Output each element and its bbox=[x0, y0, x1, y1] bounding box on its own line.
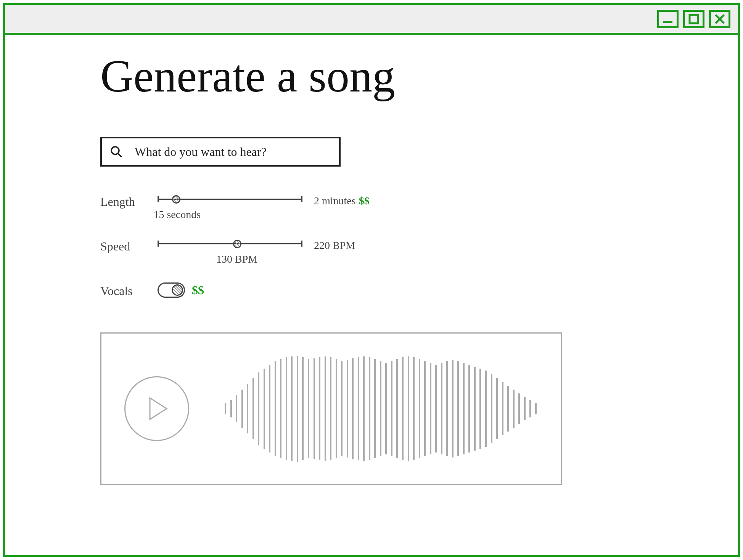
search-input[interactable] bbox=[135, 145, 331, 159]
length-current-value: 15 seconds bbox=[153, 209, 201, 221]
page-title: Generate a song bbox=[100, 50, 643, 103]
play-button[interactable] bbox=[124, 376, 189, 441]
speed-row: Speed 130 BPM 220 BPM bbox=[100, 238, 643, 265]
vocals-toggle[interactable] bbox=[158, 282, 185, 298]
waveform-bar bbox=[391, 361, 392, 456]
search-box[interactable] bbox=[100, 137, 341, 167]
speed-current-value: 130 BPM bbox=[216, 253, 257, 265]
length-slider[interactable] bbox=[158, 193, 302, 205]
waveform-bar bbox=[352, 358, 354, 459]
waveform-bar bbox=[474, 367, 476, 451]
minimize-button[interactable] bbox=[657, 10, 679, 28]
vocals-row: Vocals $$ bbox=[100, 282, 643, 298]
app-window: Generate a song Length 15 seconds bbox=[3, 3, 740, 557]
waveform-bar bbox=[424, 361, 426, 456]
waveform-bar bbox=[452, 360, 454, 457]
waveform-bar bbox=[446, 361, 448, 456]
waveform-bar bbox=[435, 365, 437, 452]
waveform-bar bbox=[314, 358, 315, 459]
svg-marker-6 bbox=[150, 398, 167, 419]
content-area: Generate a song Length 15 seconds bbox=[5, 35, 738, 500]
waveform-bar bbox=[347, 360, 348, 457]
length-price-tag: $$ bbox=[359, 195, 370, 207]
close-button[interactable] bbox=[709, 10, 730, 28]
maximize-icon bbox=[687, 12, 701, 26]
waveform-bar bbox=[280, 359, 281, 458]
svg-point-4 bbox=[111, 147, 119, 154]
waveform-bar bbox=[363, 356, 365, 461]
waveform-bar bbox=[457, 361, 459, 456]
length-row: Length 15 seconds 2 minutes $$ bbox=[100, 193, 643, 221]
waveform-bar bbox=[341, 361, 343, 456]
length-slider-wrap: 15 seconds bbox=[158, 193, 302, 221]
svg-line-5 bbox=[118, 154, 122, 157]
vocals-toggle-knob bbox=[172, 284, 183, 296]
search-icon bbox=[109, 145, 123, 159]
waveform-bar bbox=[396, 359, 398, 458]
waveform-bar bbox=[468, 365, 470, 452]
waveform-bar bbox=[513, 390, 515, 428]
waveform-bar bbox=[441, 363, 442, 454]
waveform-bar bbox=[230, 400, 232, 417]
waveform-bar bbox=[502, 382, 503, 435]
waveform-bar bbox=[518, 393, 520, 424]
waveform-bar bbox=[385, 363, 387, 454]
speed-slider-handle[interactable] bbox=[233, 240, 241, 248]
waveform-bar bbox=[241, 390, 243, 428]
waveform-bar bbox=[330, 357, 331, 460]
waveform-bar bbox=[302, 357, 304, 460]
waveform-bar bbox=[275, 361, 276, 456]
waveform-bar bbox=[380, 361, 381, 456]
waveform-bar bbox=[535, 403, 537, 414]
waveform-bar bbox=[252, 378, 254, 439]
waveform-bar bbox=[336, 359, 337, 458]
waveform-bar bbox=[419, 359, 420, 458]
audio-player bbox=[100, 332, 562, 485]
length-slider-handle[interactable] bbox=[172, 195, 180, 204]
waveform-bar bbox=[463, 363, 465, 454]
waveform-bar bbox=[269, 365, 270, 452]
waveform-bar bbox=[358, 357, 359, 460]
titlebar bbox=[5, 5, 738, 35]
maximize-button[interactable] bbox=[683, 10, 704, 28]
waveform-bar bbox=[529, 400, 531, 417]
length-max: 2 minutes $$ bbox=[314, 193, 370, 207]
waveform-bar bbox=[430, 363, 431, 454]
waveform-bar bbox=[291, 356, 293, 461]
waveform-bar bbox=[413, 357, 415, 460]
controls-group: Length 15 seconds 2 minutes $$ Speed bbox=[100, 193, 643, 298]
waveform-bar bbox=[479, 369, 481, 449]
waveform-bar bbox=[485, 371, 487, 447]
waveform-bar bbox=[369, 357, 370, 460]
speed-max-value: 220 BPM bbox=[314, 239, 355, 252]
waveform-bar bbox=[308, 359, 309, 458]
close-icon bbox=[713, 12, 727, 26]
play-icon bbox=[142, 393, 172, 424]
vocals-label: Vocals bbox=[100, 282, 146, 298]
waveform-bar bbox=[325, 356, 326, 461]
length-label: Length bbox=[100, 193, 146, 209]
waveform[interactable] bbox=[224, 351, 538, 466]
waveform-bar bbox=[402, 357, 404, 460]
waveform-bar bbox=[264, 369, 265, 449]
waveform-bar bbox=[496, 378, 498, 439]
waveform-bar bbox=[247, 384, 248, 433]
waveform-bar bbox=[225, 403, 226, 414]
waveform-bar bbox=[408, 356, 409, 461]
speed-max: 220 BPM bbox=[314, 238, 355, 252]
waveform-bar bbox=[236, 395, 237, 422]
waveform-bar bbox=[524, 397, 526, 420]
waveform-bar bbox=[507, 386, 509, 432]
waveform-bar bbox=[491, 374, 492, 443]
waveform-bar bbox=[374, 359, 376, 458]
speed-label: Speed bbox=[100, 238, 146, 254]
waveform-bar bbox=[319, 357, 320, 460]
length-max-value: 2 minutes bbox=[314, 195, 356, 207]
speed-slider[interactable] bbox=[158, 238, 302, 249]
waveform-bar bbox=[258, 372, 259, 445]
minimize-icon bbox=[661, 12, 675, 26]
svg-rect-1 bbox=[690, 15, 698, 23]
waveform-bar bbox=[286, 357, 287, 460]
vocals-price-tag: $$ bbox=[192, 283, 204, 297]
speed-slider-wrap: 130 BPM bbox=[158, 238, 302, 265]
